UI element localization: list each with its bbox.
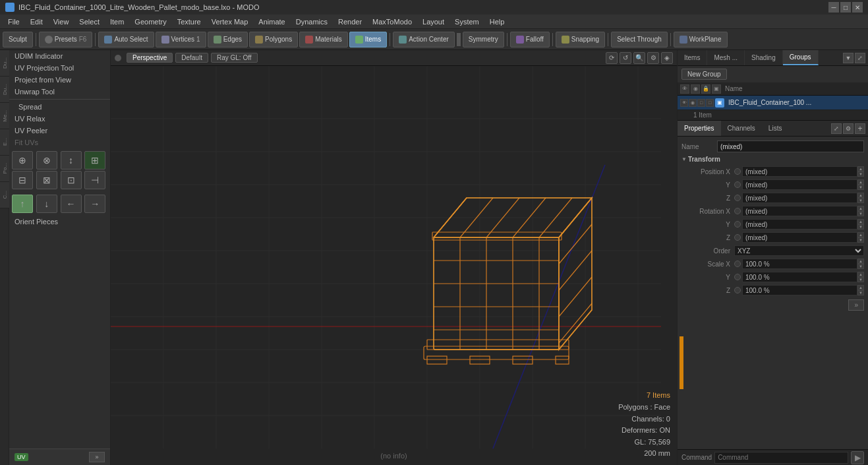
vp-icon-nav[interactable]: ◈ bbox=[661, 52, 673, 64]
tab-groups[interactable]: Groups bbox=[783, 50, 819, 65]
rotation-z-indicator[interactable] bbox=[734, 234, 741, 241]
right-tab-expand-icon[interactable]: ⤢ bbox=[855, 53, 865, 63]
tab-shading[interactable]: Shading bbox=[745, 50, 783, 65]
menu-layout[interactable]: Layout bbox=[417, 16, 449, 27]
expand-button[interactable]: » bbox=[89, 452, 105, 462]
scale-z-value[interactable]: 100.0 % bbox=[742, 285, 857, 295]
tool-icon-8[interactable]: ⊣ bbox=[84, 171, 105, 189]
position-z-down-arrow[interactable]: ▼ bbox=[857, 198, 864, 203]
position-y-down-arrow[interactable]: ▼ bbox=[857, 185, 864, 190]
rotation-y-up-arrow[interactable]: ▲ bbox=[857, 219, 864, 224]
tab-properties[interactable]: Properties bbox=[678, 121, 721, 136]
scale-x-value[interactable]: 100.0 % bbox=[742, 259, 857, 269]
left-item-udim[interactable]: UDIM Indicator bbox=[9, 50, 110, 62]
perspective-button[interactable]: Perspective bbox=[127, 53, 173, 63]
order-select[interactable]: XYZ bbox=[734, 245, 864, 256]
menu-geometry[interactable]: Geometry bbox=[129, 16, 171, 27]
side-tab-3[interactable]: Me... bbox=[0, 103, 9, 129]
render-header-icon[interactable]: ◉ bbox=[691, 84, 700, 94]
side-tab-2[interactable]: Du... bbox=[0, 77, 9, 103]
position-y-value[interactable]: (mixed) bbox=[742, 179, 857, 190]
vp-icon-settings[interactable]: ⚙ bbox=[647, 52, 659, 64]
position-y-up-arrow[interactable]: ▲ bbox=[857, 179, 864, 185]
presets-button[interactable]: Presets F6 bbox=[39, 32, 93, 47]
rotation-y-indicator[interactable] bbox=[734, 221, 741, 228]
scale-x-down-arrow[interactable]: ▼ bbox=[857, 264, 864, 269]
auto-select-button[interactable]: Auto Select bbox=[98, 32, 154, 47]
vertices-button[interactable]: Vertices 1 bbox=[156, 32, 206, 47]
scale-y-indicator[interactable] bbox=[734, 274, 741, 280]
tool-icon-5[interactable]: ⊟ bbox=[12, 171, 33, 189]
action-center-button[interactable]: Action Center bbox=[393, 32, 455, 47]
tool-icon-2[interactable]: ⊗ bbox=[36, 151, 57, 170]
position-z-indicator[interactable] bbox=[734, 195, 741, 201]
tab-mesh[interactable]: Mesh ... bbox=[707, 50, 745, 65]
rotation-x-indicator[interactable] bbox=[734, 208, 741, 214]
ray-gl-button[interactable]: Ray GL: Off bbox=[211, 53, 258, 63]
window-controls[interactable]: ─ □ ✕ bbox=[828, 2, 863, 13]
select-header-icon[interactable]: ▣ bbox=[712, 84, 721, 94]
tab-lists[interactable]: Lists bbox=[762, 121, 789, 136]
tool-icon-6[interactable]: ⊠ bbox=[36, 171, 57, 189]
side-tab-4[interactable]: E... bbox=[0, 129, 9, 156]
left-item-spread[interactable]: Spread bbox=[9, 101, 110, 113]
vis-lock-icon[interactable]: □ bbox=[697, 99, 705, 107]
tool-icon-3[interactable]: ↕ bbox=[61, 151, 82, 170]
left-item-unwrap-tool[interactable]: Unwrap Tool bbox=[9, 86, 110, 98]
close-button[interactable]: ✕ bbox=[852, 2, 863, 13]
left-item-orient-pieces[interactable]: Orient Pieces bbox=[9, 216, 110, 228]
arrow-icon-down[interactable]: ↓ bbox=[36, 195, 57, 213]
props-add-button[interactable]: + bbox=[855, 123, 865, 134]
name-property-input[interactable] bbox=[717, 140, 864, 152]
left-item-uv-peeler[interactable]: UV Peeler bbox=[9, 125, 110, 137]
menu-edit[interactable]: Edit bbox=[25, 16, 48, 27]
side-tab-6[interactable]: C... bbox=[0, 182, 9, 208]
rotation-x-value[interactable]: (mixed) bbox=[742, 206, 857, 216]
menu-select[interactable]: Select bbox=[74, 16, 105, 27]
menu-dynamics[interactable]: Dynamics bbox=[291, 16, 333, 27]
more-button[interactable]: » bbox=[848, 299, 864, 311]
rotation-y-down-arrow[interactable]: ▼ bbox=[857, 224, 864, 230]
3d-viewport[interactable]: 7 Items Polygons : Face Channels: 0 Defo… bbox=[111, 66, 677, 465]
scale-x-indicator[interactable] bbox=[734, 261, 741, 267]
minimize-button[interactable]: ─ bbox=[828, 2, 839, 13]
arrow-icon-right[interactable]: → bbox=[84, 195, 105, 213]
vis-render-icon[interactable]: ◉ bbox=[689, 99, 697, 107]
vp-icon-zoom[interactable]: 🔍 bbox=[633, 52, 645, 64]
vp-icon-refresh[interactable]: ↺ bbox=[620, 52, 631, 64]
menu-maxtomodo[interactable]: MaxToModo bbox=[367, 16, 417, 27]
items-button[interactable]: Items bbox=[349, 32, 387, 47]
position-z-value[interactable]: (mixed) bbox=[742, 193, 857, 203]
tool-icon-4[interactable]: ⊞ bbox=[84, 151, 105, 170]
arrow-icon-left[interactable]: ← bbox=[61, 195, 82, 213]
position-z-up-arrow[interactable]: ▲ bbox=[857, 193, 864, 198]
menu-render[interactable]: Render bbox=[333, 16, 367, 27]
side-tab-5[interactable]: Po... bbox=[0, 156, 9, 182]
materials-button[interactable]: Materials bbox=[299, 32, 348, 47]
tab-channels[interactable]: Channels bbox=[721, 121, 762, 136]
menu-system[interactable]: System bbox=[449, 16, 484, 27]
vp-icon-rotate[interactable]: ⟳ bbox=[606, 52, 618, 64]
new-group-button[interactable]: New Group bbox=[681, 69, 727, 80]
symmetry-button[interactable]: Symmetry bbox=[463, 32, 504, 47]
scale-x-up-arrow[interactable]: ▲ bbox=[857, 259, 864, 264]
scale-z-down-arrow[interactable]: ▼ bbox=[857, 290, 864, 295]
position-x-up-arrow[interactable]: ▲ bbox=[857, 166, 864, 171]
menu-help[interactable]: Help bbox=[484, 16, 510, 27]
left-item-fit-uvs[interactable]: Fit UVs bbox=[9, 137, 110, 148]
tab-items[interactable]: Items bbox=[678, 50, 707, 65]
command-input[interactable] bbox=[714, 452, 848, 464]
lock-header-icon[interactable]: 🔒 bbox=[701, 84, 710, 94]
maximize-button[interactable]: □ bbox=[840, 2, 851, 13]
position-x-value[interactable]: (mixed) bbox=[742, 166, 857, 177]
snapping-button[interactable]: Snapping bbox=[556, 32, 605, 47]
rotation-z-up-arrow[interactable]: ▲ bbox=[857, 232, 864, 237]
position-y-indicator[interactable] bbox=[734, 181, 741, 188]
scale-z-indicator[interactable] bbox=[734, 287, 741, 294]
props-expand-icon[interactable]: ⤢ bbox=[831, 123, 842, 134]
polygons-button[interactable]: Polygons bbox=[249, 32, 298, 47]
vis-eye-icon[interactable]: 👁 bbox=[680, 99, 688, 107]
default-button[interactable]: Default bbox=[175, 53, 208, 63]
vis-select-icon[interactable]: □ bbox=[706, 99, 714, 107]
left-item-uv-relax[interactable]: UV Relax bbox=[9, 113, 110, 125]
